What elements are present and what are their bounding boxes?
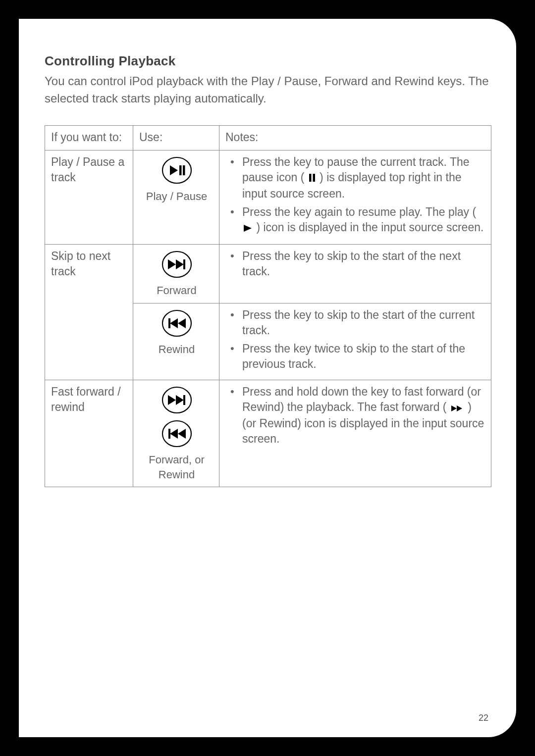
table-header-row: If you want to: Use: Notes: bbox=[45, 125, 491, 150]
header-use: Use: bbox=[133, 125, 219, 150]
cell-want: Play / Pause a track bbox=[45, 150, 133, 244]
table-row: Play / Pause a track Play / Pause Press … bbox=[45, 150, 491, 244]
button-label: Forward, or Rewind bbox=[139, 453, 214, 482]
svg-marker-8 bbox=[168, 259, 176, 269]
svg-marker-23 bbox=[451, 405, 457, 411]
fast-forward-icon bbox=[450, 401, 465, 416]
cell-use: Forward, or Rewind bbox=[133, 380, 219, 487]
svg-marker-17 bbox=[176, 395, 184, 405]
button-label: Forward bbox=[139, 283, 214, 298]
section-heading: Controlling Playback bbox=[45, 53, 491, 69]
pause-icon bbox=[308, 171, 317, 186]
svg-rect-4 bbox=[309, 174, 312, 182]
cell-use: Forward bbox=[133, 244, 219, 303]
svg-marker-6 bbox=[244, 225, 252, 232]
cell-notes: Press and hold down the key to fast forw… bbox=[219, 380, 491, 487]
button-label: Play / Pause bbox=[139, 189, 214, 204]
intro-paragraph: You can control iPod playback with the P… bbox=[45, 73, 491, 107]
play-icon bbox=[242, 221, 253, 236]
svg-marker-14 bbox=[178, 318, 186, 328]
header-notes: Notes: bbox=[219, 125, 491, 150]
note-item: Press the key to pause the current track… bbox=[227, 154, 486, 202]
cell-use: Rewind bbox=[133, 303, 219, 380]
svg-marker-22 bbox=[178, 429, 186, 439]
manual-page: Controlling Playback You can control iPo… bbox=[19, 19, 516, 737]
rewind-button-icon bbox=[161, 309, 192, 337]
svg-rect-2 bbox=[179, 165, 182, 175]
note-item: Press the key twice to skip to the start… bbox=[227, 341, 486, 372]
table-row: Skip to next track Forward Press the key… bbox=[45, 244, 491, 303]
svg-marker-1 bbox=[170, 165, 178, 175]
cell-notes: Press the key to skip to the start of th… bbox=[219, 303, 491, 380]
svg-marker-9 bbox=[176, 259, 184, 269]
playback-controls-table: If you want to: Use: Notes: Play / Pause… bbox=[45, 125, 491, 488]
svg-marker-21 bbox=[170, 429, 178, 439]
svg-marker-16 bbox=[168, 395, 176, 405]
svg-rect-5 bbox=[313, 174, 315, 182]
note-item: Press and hold down the key to fast forw… bbox=[227, 384, 486, 447]
forward-button-icon bbox=[161, 251, 192, 278]
cell-notes: Press the key to skip to the start of th… bbox=[219, 244, 491, 303]
svg-rect-18 bbox=[183, 395, 185, 405]
rewind-button-icon bbox=[161, 420, 192, 448]
note-item: Press the key again to resume play. The … bbox=[227, 204, 486, 236]
cell-want: Skip to next track bbox=[45, 244, 133, 380]
svg-marker-24 bbox=[457, 405, 462, 411]
svg-marker-13 bbox=[170, 318, 178, 328]
page-number: 22 bbox=[479, 713, 488, 723]
cell-want: Fast forward / rewind bbox=[45, 380, 133, 487]
note-item: Press the key to skip to the start of th… bbox=[227, 249, 486, 279]
note-item: Press the key to skip to the start of th… bbox=[227, 307, 486, 338]
header-want: If you want to: bbox=[45, 125, 133, 150]
table-row: Fast forward / rewind bbox=[45, 380, 491, 487]
cell-use: Play / Pause bbox=[133, 150, 219, 244]
svg-rect-3 bbox=[183, 165, 185, 175]
cell-notes: Press the key to pause the current track… bbox=[219, 150, 491, 244]
play-pause-button-icon bbox=[161, 156, 192, 184]
forward-button-icon bbox=[161, 386, 192, 414]
svg-rect-10 bbox=[183, 259, 185, 269]
button-label: Rewind bbox=[139, 342, 214, 357]
